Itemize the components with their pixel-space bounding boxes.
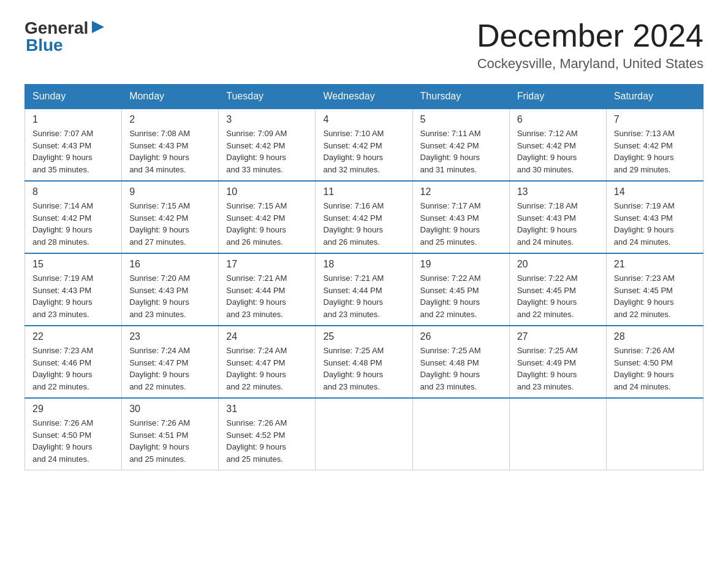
day-number: 5	[420, 114, 502, 125]
table-row: 3 Sunrise: 7:09 AM Sunset: 4:42 PM Dayli…	[219, 109, 316, 181]
table-row: 31 Sunrise: 7:26 AM Sunset: 4:52 PM Dayl…	[219, 398, 316, 470]
table-row: 29 Sunrise: 7:26 AM Sunset: 4:50 PM Dayl…	[25, 398, 122, 470]
day-info: Sunrise: 7:15 AM Sunset: 4:42 PM Dayligh…	[129, 200, 211, 248]
table-row: 2 Sunrise: 7:08 AM Sunset: 4:43 PM Dayli…	[122, 109, 219, 181]
table-row: 25 Sunrise: 7:25 AM Sunset: 4:48 PM Dayl…	[316, 326, 412, 398]
table-row: 1 Sunrise: 7:07 AM Sunset: 4:43 PM Dayli…	[25, 109, 122, 181]
day-number: 30	[129, 404, 211, 415]
table-row: 28 Sunrise: 7:26 AM Sunset: 4:50 PM Dayl…	[606, 326, 703, 398]
table-row: 9 Sunrise: 7:15 AM Sunset: 4:42 PM Dayli…	[122, 181, 219, 253]
day-number: 16	[129, 259, 211, 270]
table-row: 18 Sunrise: 7:21 AM Sunset: 4:44 PM Dayl…	[316, 253, 412, 326]
day-info: Sunrise: 7:26 AM Sunset: 4:50 PM Dayligh…	[614, 345, 696, 393]
month-title: December 2024	[477, 18, 703, 53]
day-info: Sunrise: 7:23 AM Sunset: 4:45 PM Dayligh…	[614, 272, 696, 320]
calendar-header-row: Sunday Monday Tuesday Wednesday Thursday…	[25, 85, 703, 109]
table-row: 4 Sunrise: 7:10 AM Sunset: 4:42 PM Dayli…	[316, 109, 412, 181]
day-info: Sunrise: 7:26 AM Sunset: 4:51 PM Dayligh…	[129, 417, 211, 465]
day-info: Sunrise: 7:08 AM Sunset: 4:43 PM Dayligh…	[129, 128, 211, 175]
day-info: Sunrise: 7:19 AM Sunset: 4:43 PM Dayligh…	[32, 272, 114, 320]
table-row: 11 Sunrise: 7:16 AM Sunset: 4:42 PM Dayl…	[316, 181, 412, 253]
col-wednesday: Wednesday	[316, 85, 412, 109]
table-row: 19 Sunrise: 7:22 AM Sunset: 4:45 PM Dayl…	[412, 253, 509, 326]
day-info: Sunrise: 7:17 AM Sunset: 4:43 PM Dayligh…	[420, 200, 502, 248]
day-number: 20	[517, 259, 599, 270]
day-info: Sunrise: 7:13 AM Sunset: 4:42 PM Dayligh…	[614, 128, 696, 175]
day-number: 21	[614, 259, 696, 270]
day-info: Sunrise: 7:15 AM Sunset: 4:42 PM Dayligh…	[226, 200, 308, 248]
calendar-week-row: 8 Sunrise: 7:14 AM Sunset: 4:42 PM Dayli…	[25, 181, 703, 253]
table-row: 5 Sunrise: 7:11 AM Sunset: 4:42 PM Dayli…	[412, 109, 509, 181]
day-number: 12	[420, 186, 502, 197]
table-row: 10 Sunrise: 7:15 AM Sunset: 4:42 PM Dayl…	[219, 181, 316, 253]
col-tuesday: Tuesday	[219, 85, 316, 109]
day-number: 2	[129, 114, 211, 125]
day-number: 10	[226, 186, 308, 197]
day-number: 26	[420, 331, 502, 342]
day-number: 6	[517, 114, 599, 125]
table-row: 15 Sunrise: 7:19 AM Sunset: 4:43 PM Dayl…	[25, 253, 122, 326]
calendar-week-row: 1 Sunrise: 7:07 AM Sunset: 4:43 PM Dayli…	[25, 109, 703, 181]
table-row: 6 Sunrise: 7:12 AM Sunset: 4:42 PM Dayli…	[509, 109, 606, 181]
day-info: Sunrise: 7:25 AM Sunset: 4:49 PM Dayligh…	[517, 345, 599, 393]
table-row: 8 Sunrise: 7:14 AM Sunset: 4:42 PM Dayli…	[25, 181, 122, 253]
day-number: 9	[129, 186, 211, 197]
day-number: 7	[614, 114, 696, 125]
page-header: General Blue December 2024 Cockeysville,…	[25, 18, 703, 72]
table-row: 14 Sunrise: 7:19 AM Sunset: 4:43 PM Dayl…	[606, 181, 703, 253]
day-number: 1	[32, 114, 114, 125]
col-sunday: Sunday	[25, 85, 122, 109]
day-number: 23	[129, 331, 211, 342]
table-row: 22 Sunrise: 7:23 AM Sunset: 4:46 PM Dayl…	[25, 326, 122, 398]
table-row: 12 Sunrise: 7:17 AM Sunset: 4:43 PM Dayl…	[412, 181, 509, 253]
col-saturday: Saturday	[606, 85, 703, 109]
location-title: Cockeysville, Maryland, United States	[477, 56, 703, 72]
day-info: Sunrise: 7:22 AM Sunset: 4:45 PM Dayligh…	[420, 272, 502, 320]
day-info: Sunrise: 7:14 AM Sunset: 4:42 PM Dayligh…	[32, 200, 114, 248]
day-info: Sunrise: 7:09 AM Sunset: 4:42 PM Dayligh…	[226, 128, 308, 175]
table-row: 13 Sunrise: 7:18 AM Sunset: 4:43 PM Dayl…	[509, 181, 606, 253]
day-number: 24	[226, 331, 308, 342]
day-number: 15	[32, 259, 114, 270]
day-number: 28	[614, 331, 696, 342]
table-row: 24 Sunrise: 7:24 AM Sunset: 4:47 PM Dayl…	[219, 326, 316, 398]
calendar-week-row: 22 Sunrise: 7:23 AM Sunset: 4:46 PM Dayl…	[25, 326, 703, 398]
day-info: Sunrise: 7:10 AM Sunset: 4:42 PM Dayligh…	[323, 128, 404, 175]
day-info: Sunrise: 7:23 AM Sunset: 4:46 PM Dayligh…	[32, 345, 114, 393]
table-row: 17 Sunrise: 7:21 AM Sunset: 4:44 PM Dayl…	[219, 253, 316, 326]
col-monday: Monday	[122, 85, 219, 109]
day-number: 22	[32, 331, 114, 342]
table-row	[412, 398, 509, 470]
svg-marker-0	[92, 21, 104, 33]
day-number: 29	[32, 404, 114, 415]
day-number: 8	[32, 186, 114, 197]
col-friday: Friday	[509, 85, 606, 109]
day-info: Sunrise: 7:24 AM Sunset: 4:47 PM Dayligh…	[129, 345, 211, 393]
table-row	[509, 398, 606, 470]
day-info: Sunrise: 7:21 AM Sunset: 4:44 PM Dayligh…	[226, 272, 308, 320]
table-row: 23 Sunrise: 7:24 AM Sunset: 4:47 PM Dayl…	[122, 326, 219, 398]
logo-arrow-icon	[89, 18, 107, 36]
calendar-table: Sunday Monday Tuesday Wednesday Thursday…	[25, 84, 703, 470]
day-number: 13	[517, 186, 599, 197]
day-info: Sunrise: 7:21 AM Sunset: 4:44 PM Dayligh…	[323, 272, 404, 320]
day-number: 27	[517, 331, 599, 342]
table-row: 30 Sunrise: 7:26 AM Sunset: 4:51 PM Dayl…	[122, 398, 219, 470]
day-info: Sunrise: 7:26 AM Sunset: 4:50 PM Dayligh…	[32, 417, 114, 465]
day-info: Sunrise: 7:18 AM Sunset: 4:43 PM Dayligh…	[517, 200, 599, 248]
day-number: 17	[226, 259, 308, 270]
table-row: 26 Sunrise: 7:25 AM Sunset: 4:48 PM Dayl…	[412, 326, 509, 398]
table-row: 7 Sunrise: 7:13 AM Sunset: 4:42 PM Dayli…	[606, 109, 703, 181]
day-info: Sunrise: 7:25 AM Sunset: 4:48 PM Dayligh…	[420, 345, 502, 393]
day-info: Sunrise: 7:25 AM Sunset: 4:48 PM Dayligh…	[323, 345, 404, 393]
logo-blue-text: Blue	[26, 36, 63, 55]
day-number: 25	[323, 331, 404, 342]
day-info: Sunrise: 7:22 AM Sunset: 4:45 PM Dayligh…	[517, 272, 599, 320]
day-number: 19	[420, 259, 502, 270]
table-row	[606, 398, 703, 470]
day-info: Sunrise: 7:16 AM Sunset: 4:42 PM Dayligh…	[323, 200, 404, 248]
table-row: 16 Sunrise: 7:20 AM Sunset: 4:43 PM Dayl…	[122, 253, 219, 326]
table-row	[316, 398, 412, 470]
day-number: 31	[226, 404, 308, 415]
logo: General Blue	[25, 18, 107, 55]
